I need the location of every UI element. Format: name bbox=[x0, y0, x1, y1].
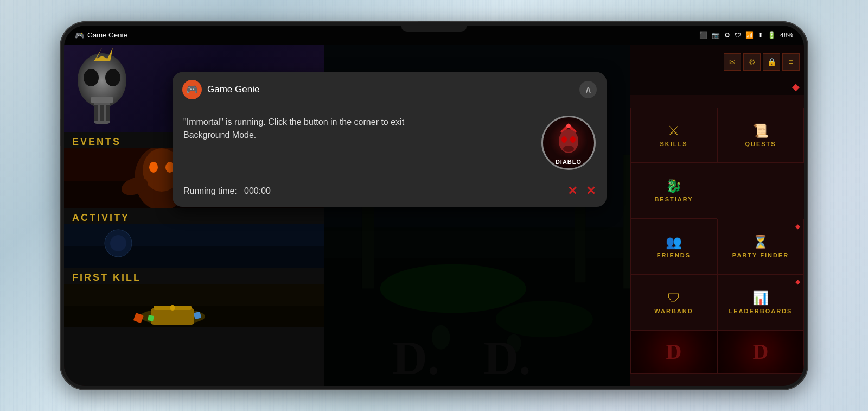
popup-footer: Running time: 000:00 ✕ ✕ bbox=[173, 179, 607, 207]
svg-point-35 bbox=[380, 264, 526, 313]
phone-side-button bbox=[60, 119, 61, 146]
friends-label: FRIENDS bbox=[657, 252, 691, 258]
friends-menu-item[interactable]: 👥 FRIENDS bbox=[630, 219, 717, 275]
game-area: BATTLE PA... ◆ 0/40 EVENTS bbox=[64, 45, 804, 386]
svg-point-22 bbox=[110, 235, 126, 251]
video-icon: 📷 bbox=[712, 31, 720, 39]
phone-notch bbox=[401, 26, 467, 32]
svg-rect-6 bbox=[106, 105, 110, 121]
bestiary-icon: 🐉 bbox=[666, 179, 682, 194]
svg-rect-5 bbox=[100, 105, 104, 121]
svg-point-50 bbox=[570, 136, 576, 143]
warband-label: WARBAND bbox=[654, 308, 693, 314]
arrow-icon: ⬆ bbox=[758, 31, 763, 39]
party-finder-menu-item[interactable]: ◆ ⏳ PARTY FINDER bbox=[717, 219, 804, 275]
svg-rect-7 bbox=[91, 97, 113, 103]
status-bar-right: ⬛ 📷 ⚙ 🛡 📶 ⬆ 🔋 48% bbox=[699, 31, 793, 39]
svg-point-1 bbox=[84, 69, 99, 86]
svg-point-2 bbox=[105, 69, 120, 86]
skills-label: SKILLS bbox=[660, 141, 687, 147]
svg-rect-38 bbox=[623, 154, 630, 288]
popup-body: "Immortal" is running. Click the button … bbox=[173, 107, 607, 179]
status-bar-left: 🎮 Game Genie bbox=[75, 31, 127, 40]
activity-image bbox=[64, 224, 324, 268]
bestiary-menu-item[interactable]: 🐉 BESTIARY bbox=[630, 163, 717, 219]
diablo-circle-inner: DIABLO bbox=[550, 121, 588, 165]
warband-menu-item[interactable]: 🛡 WARBAND bbox=[630, 274, 717, 330]
svg-point-28 bbox=[170, 305, 175, 311]
phone-inner: 🎮 Game Genie ⬛ 📷 ⚙ 🛡 📶 ⬆ 🔋 48% bbox=[64, 26, 804, 386]
popup-header-left: 🎮 Game Genie bbox=[182, 80, 259, 99]
svg-rect-4 bbox=[94, 105, 98, 121]
battery-percent: 48% bbox=[780, 31, 793, 39]
battery-icon: 🔋 bbox=[768, 31, 776, 39]
diablo-logo-right: D bbox=[717, 330, 804, 374]
settings-icon: ⚙ bbox=[724, 31, 730, 39]
warband-icon: 🛡 bbox=[667, 290, 680, 306]
list-icon[interactable]: ≡ bbox=[782, 53, 800, 71]
top-diamond-icon: ◆ bbox=[792, 81, 800, 93]
svg-rect-39 bbox=[362, 197, 374, 288]
game-genie-popup: 🎮 Game Genie ∧ "Immortal" is running. Cl… bbox=[173, 72, 607, 207]
popup-message-line2: Background Mode. bbox=[183, 130, 256, 140]
quests-menu-item[interactable]: 📜 QUESTS bbox=[717, 108, 804, 163]
svg-point-51 bbox=[563, 146, 574, 152]
skills-icon: ⚔ bbox=[668, 123, 680, 138]
footer-icons: ✕ ✕ bbox=[567, 184, 596, 198]
status-bar-title: Game Genie bbox=[87, 31, 127, 39]
running-time: Running time: 000:00 bbox=[183, 186, 271, 196]
svg-rect-31 bbox=[148, 315, 154, 321]
leaderboards-diamond-icon: ◆ bbox=[795, 278, 800, 286]
lock-icon[interactable]: 🔒 bbox=[763, 53, 780, 71]
mail-icon[interactable]: ✉ bbox=[724, 53, 741, 71]
screen-icon: ⬛ bbox=[699, 31, 707, 39]
skills-menu-item[interactable]: ⚔ SKILLS bbox=[630, 108, 717, 163]
shield-icon: 🛡 bbox=[735, 31, 741, 39]
quests-label: QUESTS bbox=[745, 141, 776, 147]
gear-icon[interactable]: ⚙ bbox=[743, 53, 761, 71]
collapse-button[interactable]: ∧ bbox=[579, 81, 597, 98]
top-icons-bar: ✉ ⚙ 🔒 ≡ bbox=[630, 45, 804, 79]
leaderboards-icon: 📊 bbox=[752, 290, 769, 306]
diablo-character-image bbox=[550, 121, 588, 159]
leaderboards-label: LEADERBOARDS bbox=[729, 308, 793, 314]
right-panel: ✉ ⚙ 🔒 ≡ ◆ ⚔ SKILLS 📜 QUESTS bbox=[630, 45, 804, 386]
svg-text:D.: D. bbox=[483, 330, 531, 384]
party-diamond-icon: ◆ bbox=[795, 223, 800, 230]
collapse-icon: ∧ bbox=[584, 83, 592, 96]
firstkill-image bbox=[64, 284, 324, 327]
phone-top-button bbox=[418, 21, 450, 22]
wifi-icon: 📶 bbox=[745, 31, 754, 39]
diablo-D-right: D bbox=[753, 339, 769, 364]
party-finder-label: PARTY FINDER bbox=[732, 252, 789, 258]
svg-rect-26 bbox=[151, 308, 194, 325]
svg-point-49 bbox=[561, 136, 567, 143]
genie-icon: 🎮 bbox=[182, 80, 202, 99]
activity-section[interactable]: ACTIVITY CALENDAR bbox=[64, 208, 324, 268]
leaderboards-menu-item[interactable]: ◆ 📊 LEADERBOARDS bbox=[717, 274, 804, 330]
quests-icon: 📜 bbox=[752, 123, 769, 138]
svg-point-48 bbox=[566, 124, 571, 128]
friends-icon: 👥 bbox=[666, 235, 682, 250]
svg-text:D.: D. bbox=[392, 330, 439, 384]
diablo-D-left: D bbox=[666, 339, 682, 364]
popup-message-line1: "Immortal" is running. Click the button … bbox=[183, 117, 404, 127]
popup-message: "Immortal" is running. Click the button … bbox=[183, 116, 533, 142]
diablo-circle: DIABLO bbox=[541, 116, 596, 170]
game-genie-icon: 🎮 bbox=[75, 31, 84, 40]
skull-image bbox=[69, 45, 135, 132]
diablo-logo-left: D bbox=[630, 330, 717, 374]
popup-header: 🎮 Game Genie ∧ bbox=[173, 72, 607, 107]
firstkill-section[interactable]: FIRST KILL OF THE DAY bbox=[64, 268, 324, 327]
svg-point-13 bbox=[149, 162, 158, 173]
party-finder-icon: ⏳ bbox=[752, 235, 769, 250]
bestiary-label: BESTIARY bbox=[654, 196, 693, 203]
popup-title: Game Genie bbox=[207, 84, 259, 95]
close-button-1[interactable]: ✕ bbox=[567, 184, 577, 198]
phone-frame: 🎮 Game Genie ⬛ 📷 ⚙ 🛡 📶 ⬆ 🔋 48% bbox=[60, 21, 808, 390]
close-button-2[interactable]: ✕ bbox=[586, 184, 596, 198]
svg-rect-20 bbox=[64, 246, 324, 268]
diablo-label: DIABLO bbox=[556, 159, 582, 165]
